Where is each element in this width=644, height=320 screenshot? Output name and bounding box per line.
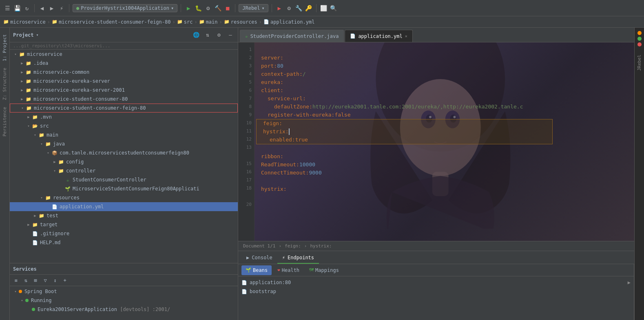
main-layout: 1: Project Z: Structure Persistence Proj… xyxy=(0,28,644,320)
toolbar-forward-icon[interactable]: ▶ xyxy=(48,4,56,12)
tree-item-common[interactable]: ▶ 📁 microservice-common xyxy=(10,68,238,77)
tree-item-test[interactable]: ▶ 📁 test xyxy=(10,211,238,220)
toolbar-settings-icon[interactable]: ⚙ xyxy=(285,4,293,12)
tree-item-microservice[interactable]: ▾ 📁 microservice xyxy=(10,50,238,59)
tab-mappings[interactable]: 🗺 Mappings xyxy=(305,265,343,275)
bc-sep-1: › xyxy=(47,19,50,25)
project-tool-minimize-icon[interactable]: — xyxy=(226,31,235,39)
bc-main[interactable]: 📁 main xyxy=(199,19,218,25)
expand-icon: ▶ xyxy=(26,115,31,119)
tree-item-main-class[interactable]: 🌱 MicroserviceStudentConsumerFeign80Appl… xyxy=(10,184,238,193)
tree-item-gitignore[interactable]: 📄 .gitignore xyxy=(10,229,238,238)
code-key: hystrix: xyxy=(263,128,289,136)
bc-yaml[interactable]: 📄 application.yml xyxy=(263,19,314,25)
tab-endpoints[interactable]: ⚡ Endpoints xyxy=(277,252,319,264)
toolbar-sep-1 xyxy=(34,4,35,12)
tree-item-eureka-server[interactable]: ▶ 📁 microservice-eureka-server xyxy=(10,77,238,86)
tree-item-controller-class[interactable]: ☕ StudentConsumerController xyxy=(10,175,238,184)
project-tool-layout-icon[interactable]: ⇅ xyxy=(204,31,212,39)
tree-item-config[interactable]: ▶ 📁 config xyxy=(10,157,238,166)
tree-item-idea[interactable]: ▶ 📁 .idea xyxy=(10,59,238,68)
svc-springboot[interactable]: ▾ Spring Boot xyxy=(10,287,238,296)
tree-item-mvn[interactable]: ▶ 📁 .mvn xyxy=(10,113,238,121)
tab-student-provider-controller[interactable]: ☕ StudentProviderController.java xyxy=(240,30,344,42)
code-content[interactable]: server: port: 80 context-path: / eureka: xyxy=(255,42,634,241)
tab-close-icon[interactable]: ✕ xyxy=(405,34,407,38)
code-value: true xyxy=(295,136,308,144)
package-icon: 📦 xyxy=(51,150,58,156)
tree-item-consumer-80[interactable]: ▶ 📁 microservice-student-consumer-80 xyxy=(10,95,238,104)
tree-item-package[interactable]: ▾ 📦 com.tanle.microservicestudentconsume… xyxy=(10,148,238,157)
service-list-item-app80[interactable]: 📄 application:80 ▶ xyxy=(238,278,634,287)
tab-application-yml[interactable]: 📄 application.yml ✕ xyxy=(345,30,412,42)
jrebel-indicator-2 xyxy=(637,37,642,41)
svc-filter-btn[interactable]: ▽ xyxy=(41,276,50,285)
service-name-2: bootstrap xyxy=(250,289,276,294)
toolbar-back-icon[interactable]: ◀ xyxy=(38,4,46,12)
svc-expand-btn[interactable]: ⇅ xyxy=(21,276,30,285)
toolbar-stop-icon[interactable]: ■ xyxy=(224,4,232,12)
sidebar-tab-structure[interactable]: Z: Structure xyxy=(0,64,9,103)
toolbar-search-icon[interactable]: 🔍 xyxy=(330,4,338,12)
jrebel-dropdown[interactable]: JRebel ▾ xyxy=(239,4,268,12)
tree-label: config xyxy=(66,159,84,165)
toolbar-refresh-icon[interactable]: ↻ xyxy=(23,4,31,12)
folder-icon: 📁 xyxy=(25,96,32,102)
tree-item-main[interactable]: ▾ 📁 main xyxy=(10,130,238,139)
tree-item-resources[interactable]: ▾ 📁 resources xyxy=(10,193,238,202)
sidebar-tab-project[interactable]: 1: Project xyxy=(0,31,9,64)
tree-item-java-folder[interactable]: ▾ 📁 java xyxy=(10,139,238,148)
toolbar-save-icon[interactable]: 💾 xyxy=(13,4,21,12)
bc-src[interactable]: 📁 src xyxy=(177,19,193,25)
toolbar-coverage-icon[interactable]: ⚙ xyxy=(204,4,212,12)
toolbar-menu-icon[interactable]: ☰ xyxy=(3,4,11,12)
tab-beans[interactable]: 🌱 Beans xyxy=(241,265,272,275)
expand-icon: ▾ xyxy=(13,289,18,294)
tree-item-application-yml[interactable]: 📄 application.yml xyxy=(10,202,238,211)
tree-item-help-md[interactable]: 📄 HELP.md xyxy=(10,238,238,247)
tree-item-eureka-2001[interactable]: ▶ 📁 microservice-eureka-server-2001 xyxy=(10,86,238,95)
code-value: 9000 xyxy=(309,169,321,177)
toolbar-tools-icon[interactable]: 🔑 xyxy=(305,4,313,12)
services-panel: Services ≡ ⇅ ⊞ ▽ ↕ + ▾ Spring Boot ▾ xyxy=(10,263,238,320)
tree-item-src[interactable]: ▾ 📂 src xyxy=(10,121,238,130)
status-feign: feign: xyxy=(285,243,301,249)
project-tool-globe-icon[interactable]: 🌐 xyxy=(192,31,200,39)
service-list-item-bootstrap[interactable]: 📄 bootstrap xyxy=(238,287,634,296)
svc-running[interactable]: ▾ Running xyxy=(10,296,238,305)
tree-label: main xyxy=(46,132,58,138)
sidebar-tab-persistence[interactable]: Persistence xyxy=(0,104,9,140)
tree-item-controller[interactable]: ▾ 📁 controller xyxy=(10,166,238,175)
code-key: ribbon: xyxy=(261,152,283,161)
editor-area[interactable]: 1 2 3 4 5 6 7 8 9 10 11 12 13 15 16 17 1… xyxy=(238,42,634,241)
svc-group-btn[interactable]: ⊞ xyxy=(31,276,40,285)
tree-item-feign-80[interactable]: ▾ 📁 microservice-student-consumer-feign-… xyxy=(10,104,238,113)
bc-feign[interactable]: 📁 microservice-student-consumer-feign-80 xyxy=(52,19,171,25)
tab-health[interactable]: ❤ Health xyxy=(273,265,303,275)
toolbar-run2-icon[interactable]: ▶ xyxy=(275,4,283,12)
toolbar-build2-icon[interactable]: 🔧 xyxy=(295,4,303,12)
toolbar-build-icon[interactable]: 🔨 xyxy=(214,4,222,12)
project-tool-settings-icon[interactable]: ⚙ xyxy=(215,31,223,39)
bc-microservice[interactable]: 📁 microservice xyxy=(3,19,46,25)
svc-align-btn[interactable]: ≡ xyxy=(11,276,20,285)
java-icon: ☕ xyxy=(64,177,71,183)
svc-eureka-app[interactable]: Eureka2001ServerApplication [devtools] :… xyxy=(10,305,238,314)
left-side-tabs: 1: Project Z: Structure Persistence xyxy=(0,28,10,320)
line-num-1: 1 xyxy=(249,46,252,54)
project-run-dropdown[interactable]: ● ProviderHystrix1004Application ▾ xyxy=(73,4,177,12)
bc-resources[interactable]: 📁 resources xyxy=(224,19,257,25)
sidebar-right-jrebel[interactable]: JRebel xyxy=(635,51,644,74)
svc-add-btn[interactable]: + xyxy=(60,276,69,285)
toolbar-window-icon[interactable]: ⬜ xyxy=(320,4,328,12)
folder-icon: 📁 xyxy=(38,132,45,138)
toolbar-analyze-icon[interactable]: ⚡ xyxy=(58,4,66,12)
endpoints-icon: ⚡ xyxy=(282,255,285,260)
tab-console[interactable]: ▶ Console xyxy=(241,252,277,264)
toolbar-run-icon[interactable]: ▶ xyxy=(184,4,193,12)
line-num-6: 6 xyxy=(249,86,252,95)
code-value: false xyxy=(334,111,350,119)
svc-sort-btn[interactable]: ↕ xyxy=(51,276,60,285)
toolbar-debug-icon[interactable]: 🐛 xyxy=(194,4,202,12)
tree-item-target[interactable]: ▶ 📁 target xyxy=(10,220,238,229)
